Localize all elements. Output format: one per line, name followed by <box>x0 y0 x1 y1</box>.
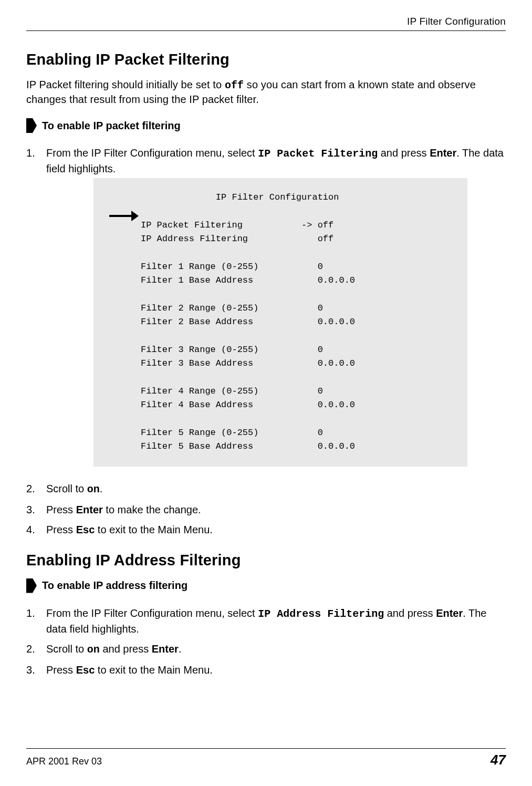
page-footer: APR 2001 Rev 03 47 <box>26 748 506 768</box>
step-2: Scroll to on. <box>26 481 506 497</box>
procedure-header: To enable IP address filtering <box>26 578 506 593</box>
key-enter: Enter <box>152 643 179 655</box>
steps-list-1: From the IP Filter Configuration menu, s… <box>26 146 506 537</box>
procedure-header: To enable IP packet filtering <box>26 118 506 133</box>
text-fragment: . <box>100 483 103 494</box>
text-fragment: From the IP Filter Configuration menu, s… <box>46 147 258 159</box>
step-1: From the IP Filter Configuration menu, s… <box>26 606 506 636</box>
procedure-arrow-icon <box>26 118 37 133</box>
text-fragment: and press <box>100 643 152 655</box>
text-fragment: IP Packet filtering should initially be … <box>26 79 225 90</box>
step-4: Press Esc to exit to the Main Menu. <box>26 522 506 537</box>
section-heading-enabling-ip-address-filtering: Enabling IP Address Filtering <box>26 552 506 569</box>
step-1: From the IP Filter Configuration menu, s… <box>26 146 506 467</box>
running-header: IP Filter Configuration <box>26 16 506 31</box>
inline-code-on: on <box>87 483 100 495</box>
text-fragment: to make the change. <box>103 504 201 515</box>
section-heading-enabling-ip-packet-filtering: Enabling IP Packet Filtering <box>26 51 506 68</box>
page-number: 47 <box>491 752 506 768</box>
procedure-arrow-icon <box>26 578 37 593</box>
key-enter: Enter <box>76 504 103 515</box>
text-fragment: Press <box>46 524 76 535</box>
text-fragment: Scroll to <box>46 483 87 494</box>
inline-code-on: on <box>87 644 100 656</box>
steps-list-2: From the IP Filter Configuration menu, s… <box>26 606 506 677</box>
key-enter: Enter <box>436 607 463 619</box>
text-fragment: . <box>179 643 182 655</box>
inline-code: IP Address Filtering <box>258 608 384 620</box>
terminal-screen: IP Filter Configuration IP Packet Filter… <box>93 178 467 467</box>
document-page: IP Filter Configuration Enabling IP Pack… <box>0 0 532 786</box>
text-fragment: to exit to the Main Menu. <box>95 524 213 535</box>
procedure-title: To enable IP address filtering <box>42 580 187 592</box>
inline-code-off: off <box>225 79 244 91</box>
text-fragment: to exit to the Main Menu. <box>95 664 213 676</box>
text-fragment: Press <box>46 664 76 676</box>
key-esc: Esc <box>76 524 95 535</box>
terminal-figure: IP Filter Configuration IP Packet Filter… <box>93 178 467 467</box>
text-fragment: and press <box>384 607 436 619</box>
text-fragment: Press <box>46 504 76 515</box>
callout-arrow-icon <box>109 211 139 221</box>
footer-date-rev: APR 2001 Rev 03 <box>26 756 102 767</box>
key-enter: Enter <box>430 147 456 159</box>
intro-paragraph: IP Packet filtering should initially be … <box>26 78 506 107</box>
step-3: Press Enter to make the change. <box>26 502 506 517</box>
procedure-title: To enable IP packet filtering <box>42 120 181 132</box>
step-3: Press Esc to exit to the Main Menu. <box>26 663 506 677</box>
text-fragment: Scroll to <box>46 643 87 655</box>
text-fragment: and press <box>378 147 430 159</box>
inline-code: IP Packet Filtering <box>258 148 378 160</box>
text-fragment: From the IP Filter Configuration menu, s… <box>46 607 258 619</box>
step-2: Scroll to on and press Enter. <box>26 642 506 657</box>
key-esc: Esc <box>76 664 95 676</box>
